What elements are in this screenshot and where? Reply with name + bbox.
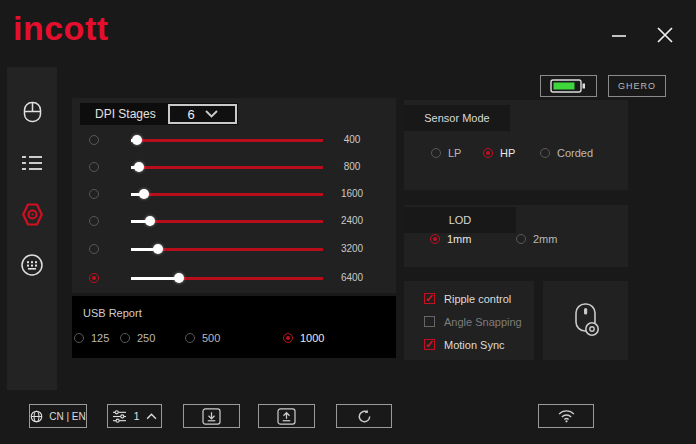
dpi-slider[interactable]	[131, 158, 323, 176]
sensor-mode-option-lp[interactable]: LP	[431, 147, 461, 159]
slider-handle[interactable]	[132, 135, 142, 145]
radio-icon	[283, 333, 293, 343]
refresh-icon	[356, 408, 373, 425]
radio-icon	[430, 234, 440, 244]
upload-icon	[277, 408, 296, 425]
slider-handle[interactable]	[174, 273, 184, 283]
radio-icon	[516, 234, 526, 244]
usb-rate-option-250[interactable]: 250	[120, 332, 155, 344]
download-icon	[202, 408, 221, 425]
chevron-down-icon	[205, 110, 218, 118]
sensor-toggles-panel: Ripple control Angle Snapping Motion Syn…	[404, 281, 534, 360]
usb-report-panel: USB Report 125 250 500 1000	[72, 296, 396, 358]
battery-icon	[549, 77, 589, 95]
sync-button[interactable]	[336, 404, 392, 428]
language-label: CN | EN	[49, 411, 86, 422]
checkbox-icon	[424, 316, 435, 327]
dpi-stage-radio[interactable]	[89, 244, 99, 254]
radio-icon	[185, 333, 195, 343]
sensor-hex-icon	[20, 202, 45, 227]
mouse-gear-icon	[570, 300, 602, 342]
dpi-value-label: 3200	[324, 240, 380, 258]
device-name-button[interactable]: GHERO	[608, 75, 666, 97]
radio-icon	[540, 148, 550, 158]
slider-handle[interactable]	[153, 244, 163, 254]
sensor-mode-title: Sensor Mode	[404, 105, 510, 131]
dpi-stage-row: 800	[72, 158, 396, 176]
dpi-stage-radio[interactable]	[89, 135, 99, 145]
slider-handle[interactable]	[145, 216, 155, 226]
globe-icon	[30, 410, 43, 423]
sidebar-item-macro-list[interactable]	[19, 151, 45, 175]
dpi-slider[interactable]	[131, 269, 323, 287]
close-icon	[656, 26, 674, 44]
sidebar-item-keyboard[interactable]	[19, 253, 45, 277]
wireless-button[interactable]	[538, 404, 594, 428]
usb-report-title: USB Report	[83, 307, 142, 319]
lod-title: LOD	[404, 207, 516, 233]
sensor-mode-option-corded[interactable]: Corded	[540, 147, 593, 159]
sidebar	[7, 67, 57, 390]
import-config-button[interactable]	[183, 404, 240, 428]
dpi-slider[interactable]	[131, 185, 323, 203]
dpi-value-label: 6400	[324, 269, 380, 287]
list-icon	[21, 154, 43, 172]
dpi-value-label: 400	[324, 131, 380, 149]
motion-sync-checkbox[interactable]: Motion Sync	[424, 337, 505, 352]
minimize-button[interactable]	[604, 20, 634, 50]
profile-selector-button[interactable]: 1	[107, 404, 162, 428]
dpi-stage-row: 6400	[72, 269, 396, 287]
dpi-stage-count-value: 6	[187, 107, 194, 122]
dpi-stage-row: 2400	[72, 212, 396, 230]
ripple-control-checkbox[interactable]: Ripple control	[424, 291, 511, 306]
radio-icon	[74, 333, 84, 343]
language-toggle-button[interactable]: CN | EN	[29, 404, 87, 428]
wifi-icon	[557, 409, 576, 423]
lod-option-1mm[interactable]: 1mm	[430, 233, 471, 245]
dpi-header: DPI Stages 6	[80, 103, 238, 125]
usb-rate-option-125[interactable]: 125	[74, 332, 109, 344]
dpi-stage-radio[interactable]	[89, 162, 99, 172]
dpi-stage-radio[interactable]	[89, 216, 99, 226]
dpi-value-label: 1600	[324, 185, 380, 203]
angle-snapping-checkbox[interactable]: Angle Snapping	[424, 314, 522, 329]
dpi-stage-radio[interactable]	[89, 273, 99, 283]
slider-handle[interactable]	[134, 162, 144, 172]
dpi-stage-row: 400	[72, 131, 396, 149]
sidebar-item-buttons[interactable]	[19, 100, 45, 124]
radio-icon	[431, 148, 441, 158]
brand-logo: incott	[13, 9, 109, 48]
slider-handle[interactable]	[139, 189, 149, 199]
dpi-stages-title: DPI Stages	[80, 107, 156, 121]
dpi-stage-count-dropdown[interactable]: 6	[168, 104, 237, 124]
dpi-value-label: 2400	[324, 212, 380, 230]
dpi-stage-radio[interactable]	[89, 189, 99, 199]
checkbox-icon	[424, 293, 435, 304]
chevron-up-icon	[146, 413, 157, 420]
lod-panel: LOD 1mm 2mm	[404, 205, 628, 267]
radio-icon	[120, 333, 130, 343]
mouse-icon	[22, 101, 43, 123]
dpi-stage-row: 1600	[72, 185, 396, 203]
sensor-mode-panel: Sensor Mode LP HP Corded	[404, 100, 628, 190]
dpi-panel: DPI Stages 6 400 800 1600 2400 3200 6400	[72, 98, 396, 293]
usb-rate-option-1000[interactable]: 1000	[283, 332, 324, 344]
usb-rate-option-500[interactable]: 500	[185, 332, 220, 344]
tune-icon	[112, 410, 127, 423]
battery-indicator	[540, 75, 597, 97]
dpi-slider[interactable]	[131, 240, 323, 258]
radio-icon	[483, 148, 493, 158]
dpi-slider[interactable]	[131, 131, 323, 149]
export-config-button[interactable]	[258, 404, 315, 428]
keyboard-icon	[20, 253, 44, 277]
mouse-preview-panel	[543, 281, 628, 360]
profile-number: 1	[133, 410, 139, 422]
lod-option-2mm[interactable]: 2mm	[516, 233, 557, 245]
checkbox-icon	[424, 339, 435, 350]
dpi-slider[interactable]	[131, 212, 323, 230]
dpi-value-label: 800	[324, 158, 380, 176]
sidebar-item-sensor-settings[interactable]	[19, 202, 45, 226]
close-button[interactable]	[650, 20, 680, 50]
minimize-icon	[611, 27, 627, 43]
sensor-mode-option-hp[interactable]: HP	[483, 147, 515, 159]
